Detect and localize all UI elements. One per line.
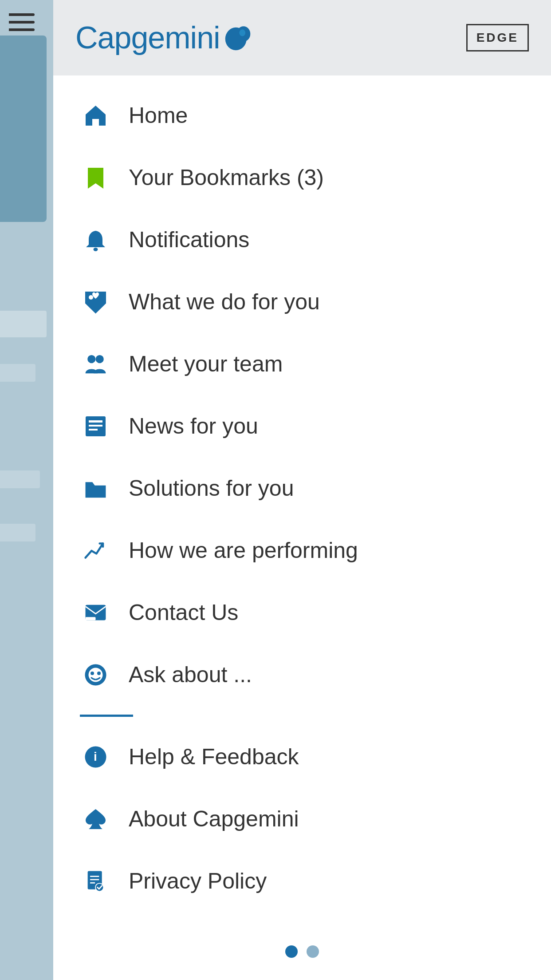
svg-rect-15	[85, 617, 95, 620]
bg-card	[0, 36, 47, 222]
svg-rect-11	[89, 420, 102, 423]
contact-icon	[80, 599, 111, 626]
pagination	[53, 928, 551, 980]
svg-rect-13	[89, 429, 98, 431]
logo-icon	[222, 24, 253, 51]
nav-label-notifications: Notifications	[129, 227, 249, 253]
info-icon: i	[80, 743, 111, 770]
folder-icon	[80, 475, 111, 502]
nav-item-bookmarks[interactable]: Your Bookmarks (3)	[53, 146, 551, 209]
nav-item-meet-team[interactable]: Meet your team	[53, 333, 551, 395]
nav-item-performing[interactable]: How we are performing	[53, 519, 551, 581]
nav-item-contact[interactable]: Contact Us	[53, 581, 551, 644]
edge-badge: EDGE	[466, 24, 529, 51]
news-icon	[80, 413, 111, 439]
bg-text-1	[0, 311, 47, 337]
nav-list: Home Your Bookmarks (3) Notifications	[53, 75, 551, 928]
nav-divider	[80, 715, 133, 717]
dot-2[interactable]	[307, 945, 319, 958]
nav-item-notifications[interactable]: Notifications	[53, 209, 551, 271]
dot-1[interactable]	[285, 945, 298, 958]
svg-point-8	[87, 355, 95, 363]
svg-text:i: i	[94, 750, 97, 763]
svg-point-26	[95, 883, 103, 891]
nav-item-privacy[interactable]: Privacy Policy	[53, 850, 551, 912]
nav-label-privacy: Privacy Policy	[129, 868, 267, 894]
svg-point-5	[239, 29, 245, 36]
nav-label-meet-team: Meet your team	[129, 351, 283, 377]
nav-label-ask: Ask about ...	[129, 662, 252, 688]
bookmark-icon	[80, 164, 111, 191]
nav-label-bookmarks: Your Bookmarks (3)	[129, 165, 324, 190]
nav-item-about[interactable]: About Capgemini	[53, 788, 551, 850]
background-overlay	[0, 0, 53, 980]
nav-label-contact: Contact Us	[129, 600, 238, 625]
bg-text-3	[0, 470, 40, 488]
svg-point-9	[95, 355, 103, 363]
nav-label-news: News for you	[129, 413, 258, 439]
tag-heart-icon	[80, 288, 111, 315]
home-icon	[80, 102, 111, 129]
bg-text-4	[0, 524, 35, 541]
svg-rect-12	[89, 425, 102, 427]
logo: Capgemini	[75, 20, 253, 55]
privacy-icon	[80, 868, 111, 894]
nav-item-what-we-do[interactable]: What we do for you	[53, 271, 551, 333]
bell-icon	[80, 226, 111, 253]
robot-icon	[80, 661, 111, 688]
hamburger-menu[interactable]	[9, 11, 35, 35]
nav-label-about: About Capgemini	[129, 806, 299, 832]
nav-label-solutions: Solutions for you	[129, 475, 294, 501]
spade-icon	[80, 806, 111, 832]
team-icon	[80, 351, 111, 377]
svg-point-7	[89, 295, 93, 300]
chart-icon	[80, 537, 111, 564]
nav-item-news[interactable]: News for you	[53, 395, 551, 457]
nav-item-ask[interactable]: Ask about ...	[53, 644, 551, 706]
svg-point-18	[91, 672, 94, 675]
nav-item-home[interactable]: Home	[53, 84, 551, 146]
nav-label-performing: How we are performing	[129, 537, 358, 563]
nav-label-help: Help & Feedback	[129, 744, 299, 770]
nav-label-home: Home	[129, 103, 188, 128]
svg-point-6	[93, 248, 98, 251]
nav-label-what-we-do: What we do for you	[129, 289, 320, 315]
nav-drawer: Capgemini EDGE Home	[53, 0, 551, 980]
nav-item-help[interactable]: i Help & Feedback	[53, 726, 551, 788]
drawer-header: Capgemini EDGE	[53, 0, 551, 75]
nav-item-solutions[interactable]: Solutions for you	[53, 457, 551, 519]
logo-text: Capgemini	[75, 20, 220, 55]
bg-text-2	[0, 364, 35, 382]
svg-point-19	[97, 672, 101, 675]
